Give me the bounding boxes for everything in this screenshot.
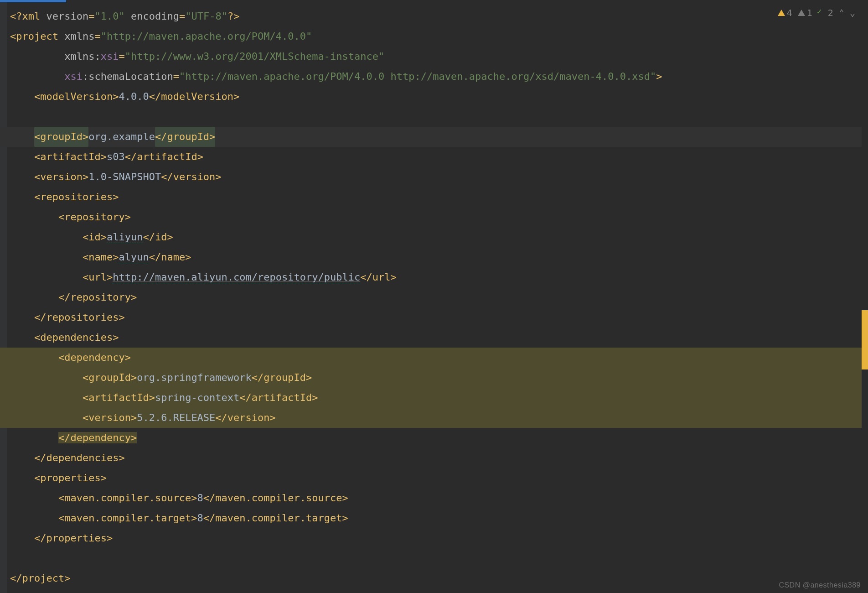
weak-warnings-indicator[interactable]: 1 [798,7,812,18]
code-line[interactable]: </dependencies> [0,448,868,468]
code-line[interactable]: <repository> [0,207,868,227]
code-line[interactable]: <name>alyun</name> [0,247,868,267]
warning-icon [778,10,785,16]
code-line[interactable]: <url>http://maven.aliyun.com/repository/… [0,267,868,287]
code-line[interactable]: <id>aliyun</id> [0,227,868,247]
inspections-widget[interactable]: 4 1 2 ⌃ ⌄ [776,6,857,19]
weak-warning-icon [798,10,805,16]
code-line-highlighted[interactable]: </dependency> [0,428,868,448]
code-line[interactable]: <properties> [0,468,868,488]
code-line[interactable]: </repositories> [0,307,868,328]
code-line[interactable]: xmlns:xsi="http://www.w3.org/2001/XMLSch… [0,47,868,67]
ok-indicator[interactable]: 2 [818,7,833,18]
code-line[interactable] [0,107,868,127]
code-line-highlighted[interactable]: <artifactId>spring-context</artifactId> [0,388,868,408]
code-line[interactable]: </project> [0,568,868,588]
ok-count: 2 [828,7,833,18]
code-line[interactable]: <artifactId>s03</artifactId> [0,147,868,167]
watermark: CSDN @anesthesia389 [779,581,861,589]
code-line[interactable]: </repository> [0,287,868,307]
warnings-count: 4 [787,7,792,18]
prev-highlight-icon[interactable]: ⌃ [839,7,844,18]
code-line[interactable]: <modelVersion>4.0.0</modelVersion> [0,87,868,107]
code-line[interactable]: <?xml version="1.0" encoding="UTF-8"?> [0,6,868,26]
code-line[interactable]: <dependencies> [0,328,868,348]
next-highlight-icon[interactable]: ⌄ [850,7,855,18]
weak-warnings-count: 1 [807,7,812,18]
code-line[interactable] [0,548,868,568]
overview-warning-marker[interactable] [862,310,868,369]
code-area[interactable]: <?xml version="1.0" encoding="UTF-8"?> <… [0,0,868,593]
overview-ruler[interactable] [862,0,868,593]
code-line-highlighted[interactable]: <version>5.2.6.RELEASE</version> [0,408,868,428]
code-line[interactable]: <repositories> [0,187,868,207]
check-icon [818,7,826,18]
code-line[interactable]: <version>1.0-SNAPSHOT</version> [0,167,868,187]
code-line[interactable]: </properties> [0,528,868,548]
code-editor[interactable]: 4 1 2 ⌃ ⌄ <?xml version="1.0" encoding="… [0,0,868,593]
code-line[interactable]: xsi:schemaLocation="http://maven.apache.… [0,67,868,87]
code-line-highlighted[interactable]: <groupId>org.springframework</groupId> [0,368,868,388]
code-line[interactable]: <project xmlns="http://maven.apache.org/… [0,26,868,47]
code-line-highlighted[interactable]: <dependency> [0,348,868,368]
code-line[interactable]: <maven.compiler.source>8</maven.compiler… [0,488,868,508]
code-line-selected[interactable]: <groupId>org.example</groupId> [0,127,868,147]
warnings-indicator[interactable]: 4 [778,7,792,18]
code-line[interactable]: <maven.compiler.target>8</maven.compiler… [0,508,868,528]
